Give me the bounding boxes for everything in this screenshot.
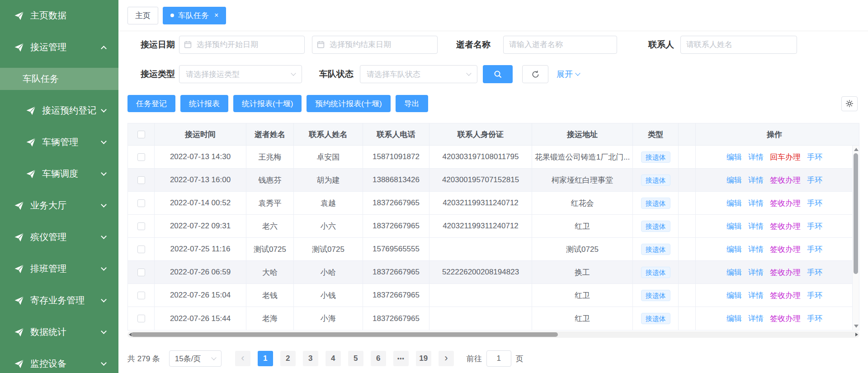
edit-link[interactable]: 编辑 — [726, 152, 742, 162]
scroll-up-arrow-icon[interactable] — [854, 148, 859, 151]
sidebar-item[interactable]: 业务大厅 — [0, 194, 118, 217]
search-button[interactable] — [483, 65, 513, 83]
fleet-status-select[interactable]: 请选择车队状态 — [360, 65, 477, 83]
date-start-input[interactable] — [179, 36, 305, 54]
process-link[interactable]: 签收办理 — [770, 267, 801, 278]
column-header: 类型 — [633, 123, 679, 145]
sidebar-item[interactable]: 监控设备 — [0, 353, 118, 373]
process-link[interactable]: 签收办理 — [770, 313, 801, 324]
row-checkbox[interactable] — [137, 246, 145, 253]
page-button[interactable]: 3 — [303, 351, 318, 366]
wristband-link[interactable]: 手环 — [807, 152, 822, 162]
vertical-scrollbar-thumb[interactable] — [854, 153, 858, 274]
sidebar-item[interactable]: 数据统计 — [0, 321, 118, 343]
row-checkbox[interactable] — [137, 176, 145, 184]
toolbar-button[interactable]: 预约统计报表(十堰) — [307, 95, 390, 112]
tab-fleet-tasks[interactable]: 车队任务 × — [163, 7, 226, 24]
sidebar-item[interactable]: 接运预约登记 — [0, 99, 118, 122]
vertical-scrollbar[interactable] — [852, 146, 859, 330]
tab-home[interactable]: 主页 — [127, 7, 158, 24]
cell-empty — [679, 169, 696, 191]
wristband-link[interactable]: 手环 — [807, 221, 822, 231]
horizontal-scrollbar[interactable] — [127, 331, 859, 338]
sidebar-item[interactable]: 车队任务 — [0, 68, 118, 90]
row-checkbox-cell — [128, 261, 155, 283]
edit-link[interactable]: 编辑 — [726, 290, 742, 301]
row-checkbox[interactable] — [137, 292, 145, 299]
wristband-link[interactable]: 手环 — [807, 198, 822, 208]
detail-link[interactable]: 详情 — [748, 290, 764, 301]
process-link[interactable]: 回车办理 — [770, 152, 801, 162]
wristband-link[interactable]: 手环 — [807, 175, 822, 185]
edit-link[interactable]: 编辑 — [726, 221, 742, 231]
page-button[interactable]: 2 — [280, 351, 296, 366]
sidebar-item[interactable]: 主页数据 — [0, 5, 118, 27]
process-link[interactable]: 签收办理 — [770, 244, 801, 255]
toolbar-button[interactable]: 导出 — [396, 95, 428, 112]
column-settings-button[interactable] — [841, 96, 858, 111]
page-button[interactable]: 1 — [258, 351, 273, 366]
goto-page-input[interactable] — [486, 350, 511, 367]
wristband-link[interactable]: 手环 — [807, 267, 822, 278]
sidebar-item[interactable]: 接运管理 — [0, 36, 118, 58]
row-checkbox[interactable] — [137, 315, 145, 322]
toolbar-button[interactable]: 统计报表 — [180, 95, 228, 112]
close-icon[interactable]: × — [214, 12, 218, 19]
page-button[interactable]: 5 — [348, 351, 363, 366]
date-end-input[interactable] — [312, 36, 438, 54]
cell-contact-phone: 13886813426 — [363, 169, 429, 191]
sidebar-item[interactable]: 排班管理 — [0, 258, 118, 280]
page-button[interactable]: ‹ — [235, 351, 250, 366]
page-size-select[interactable]: 15条/页 — [169, 350, 222, 367]
row-checkbox[interactable] — [137, 199, 145, 207]
edit-link[interactable]: 编辑 — [726, 198, 742, 208]
deceased-name-input[interactable] — [503, 36, 617, 54]
cell-contact-idcard — [429, 238, 532, 260]
cell-contact-phone: 18372667965 — [363, 215, 429, 237]
process-link[interactable]: 签收办理 — [770, 175, 801, 185]
page-button[interactable]: › — [439, 351, 454, 366]
edit-link[interactable]: 编辑 — [726, 267, 742, 278]
scroll-down-arrow-icon[interactable] — [854, 325, 859, 328]
expand-link[interactable]: 展开 — [557, 69, 580, 80]
row-checkbox[interactable] — [137, 222, 145, 230]
toolbar-button[interactable]: 统计报表(十堰) — [233, 95, 302, 112]
page-button[interactable]: ••• — [393, 351, 409, 366]
refresh-button[interactable] — [522, 65, 548, 83]
page-button[interactable]: 6 — [371, 351, 386, 366]
sidebar-item[interactable]: 寄存业务管理 — [0, 289, 118, 312]
process-link[interactable]: 签收办理 — [770, 198, 801, 208]
process-link[interactable]: 签收办理 — [770, 221, 801, 231]
select-all-checkbox[interactable] — [137, 131, 145, 138]
chevron-icon — [101, 233, 107, 239]
page-button[interactable]: 4 — [326, 351, 341, 366]
paper-plane-icon — [14, 359, 24, 368]
detail-link[interactable]: 详情 — [748, 244, 764, 255]
paper-plane-icon — [26, 138, 36, 147]
edit-link[interactable]: 编辑 — [726, 244, 742, 255]
detail-link[interactable]: 详情 — [748, 313, 764, 324]
wristband-link[interactable]: 手环 — [807, 290, 822, 301]
row-checkbox[interactable] — [137, 153, 145, 161]
scroll-right-arrow-icon[interactable] — [855, 333, 858, 336]
pickup-type-select[interactable]: 请选择接运类型 — [179, 65, 302, 83]
detail-link[interactable]: 详情 — [748, 152, 764, 162]
sidebar-item[interactable]: 车辆调度 — [0, 163, 118, 185]
page-button[interactable]: 19 — [416, 351, 431, 366]
row-checkbox[interactable] — [137, 269, 145, 276]
sidebar-item[interactable]: 车辆管理 — [0, 131, 118, 153]
wristband-link[interactable]: 手环 — [807, 313, 822, 324]
toolbar-button[interactable]: 任务登记 — [127, 95, 175, 112]
horizontal-scrollbar-thumb[interactable] — [131, 332, 558, 337]
detail-link[interactable]: 详情 — [748, 267, 764, 278]
contact-name-input[interactable] — [680, 36, 797, 54]
process-link[interactable]: 签收办理 — [770, 290, 801, 301]
edit-link[interactable]: 编辑 — [726, 313, 742, 324]
wristband-link[interactable]: 手环 — [807, 244, 822, 255]
detail-link[interactable]: 详情 — [748, 221, 764, 231]
detail-link[interactable]: 详情 — [748, 198, 764, 208]
sidebar-item[interactable]: 殡仪管理 — [0, 226, 118, 248]
detail-link[interactable]: 详情 — [748, 175, 764, 185]
edit-link[interactable]: 编辑 — [726, 175, 742, 185]
table-row: 2022-07-26 15:04 老钱 小钱 18372667965 红卫 接遗… — [128, 284, 859, 307]
